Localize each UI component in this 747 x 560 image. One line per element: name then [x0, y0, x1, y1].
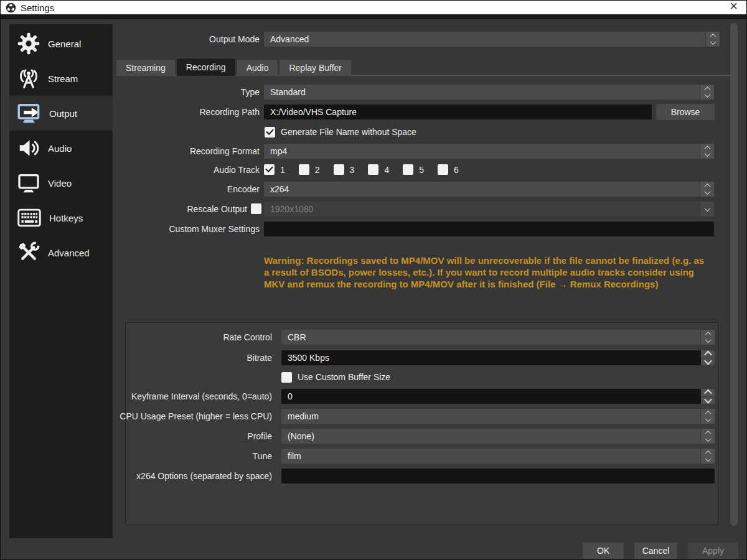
combo-arrow[interactable] — [700, 202, 714, 217]
chevron-down-icon — [705, 436, 711, 442]
tab-audio[interactable]: Audio — [237, 60, 278, 76]
sidebar: General Stream — [9, 24, 113, 538]
output-mode-label: Output Mode — [209, 32, 260, 47]
chevron-down-icon — [704, 189, 710, 195]
cpu-preset-label: CPU Usage Preset (higher = less CPU) — [120, 409, 272, 424]
audio-track-row: Audio Track 1 2 3 4 5 6 — [1, 164, 747, 175]
audio-track-5-checkbox[interactable] — [403, 164, 413, 175]
audio-track-6-checkbox[interactable] — [438, 164, 448, 175]
bitrate-value: 3500 Kbps — [281, 353, 701, 363]
audio-track-4-label: 4 — [384, 165, 389, 175]
keyframe-interval-input[interactable]: 0 — [281, 389, 715, 404]
tune-row: Tune film — [126, 449, 718, 464]
custom-muxer-input[interactable] — [264, 222, 714, 236]
chevron-down-icon — [705, 416, 711, 422]
rescale-output-row: Rescale Output 1920x1080 — [1, 202, 747, 217]
apply-button[interactable]: Apply — [688, 543, 738, 559]
close-icon[interactable]: × — [730, 0, 738, 13]
encoder-settings-panel: Rate Control CBR Bitrate 3500 Kbps — [125, 322, 718, 525]
titlebar: Settings × — [1, 1, 746, 14]
rate-control-value: CBR — [281, 332, 700, 342]
recording-path-label: Recording Path — [199, 105, 260, 119]
cpu-preset-value: medium — [281, 411, 700, 421]
combo-arrows[interactable] — [700, 85, 714, 100]
tune-select[interactable]: film — [281, 449, 715, 464]
spinner-arrows[interactable] — [701, 389, 715, 404]
rescale-output-label: Rescale Output — [187, 202, 248, 217]
profile-label: Profile — [247, 429, 272, 444]
sidebar-item-advanced[interactable]: Advanced — [9, 235, 113, 270]
combo-arrows[interactable] — [700, 330, 715, 345]
use-custom-buffer-row: Use Custom Buffer Size — [281, 371, 390, 383]
profile-value: (None) — [281, 431, 700, 441]
generate-no-space-checkbox[interactable] — [265, 127, 275, 138]
rate-control-select[interactable]: CBR — [281, 330, 715, 345]
rescale-output-value: 1920x1080 — [264, 204, 700, 214]
obs-logo-icon — [6, 2, 16, 13]
tab-recording[interactable]: Recording — [177, 58, 235, 76]
rate-control-label: Rate Control — [223, 330, 272, 345]
chevron-down-icon — [704, 395, 712, 403]
rescale-output-checkbox[interactable] — [251, 203, 261, 214]
combo-arrows[interactable] — [700, 429, 715, 444]
chevron-down-icon — [710, 39, 716, 45]
recording-format-select[interactable]: mp4 — [264, 144, 714, 159]
sidebar-item-label: Stream — [48, 73, 78, 84]
type-select[interactable]: Standard — [264, 85, 714, 100]
recording-path-input[interactable]: X:/Video/VHS Capture — [264, 105, 652, 119]
use-custom-buffer-label: Use Custom Buffer Size — [298, 372, 390, 382]
combo-arrows[interactable] — [700, 409, 715, 424]
keyframe-interval-label: Keyframe Interval (seconds, 0=auto) — [131, 389, 272, 404]
keyframe-interval-value: 0 — [281, 391, 701, 401]
combo-arrows[interactable] — [700, 449, 715, 464]
type-row: Type Standard — [1, 85, 747, 100]
chevron-down-icon — [704, 205, 710, 212]
audio-track-4-checkbox[interactable] — [368, 164, 378, 175]
recording-format-row: Recording Format mp4 — [1, 144, 747, 159]
tune-label: Tune — [253, 449, 272, 464]
recording-path-row: Recording Path X:/Video/VHS Capture — [1, 105, 747, 119]
sidebar-item-label: Advanced — [48, 248, 90, 258]
combo-arrows[interactable] — [700, 144, 714, 159]
encoder-row: Encoder x264 — [1, 182, 747, 197]
cancel-button[interactable]: Cancel — [634, 543, 677, 559]
combo-arrows[interactable] — [700, 182, 714, 197]
custom-muxer-label: Custom Muxer Settings — [169, 222, 260, 236]
spin-down-button[interactable] — [701, 358, 715, 366]
encoder-select[interactable]: x264 — [264, 182, 714, 197]
audio-track-label: Audio Track — [214, 164, 260, 175]
profile-row: Profile (None) — [126, 429, 718, 444]
bitrate-input[interactable]: 3500 Kbps — [281, 350, 715, 365]
browse-button[interactable]: Browse — [656, 104, 715, 120]
use-custom-buffer-checkbox[interactable] — [281, 372, 292, 383]
audio-track-2-checkbox[interactable] — [299, 164, 309, 175]
cpu-preset-row: CPU Usage Preset (higher = less CPU) med… — [126, 409, 718, 424]
cpu-preset-select[interactable]: medium — [281, 409, 715, 424]
audio-track-1-checkbox[interactable] — [264, 164, 275, 175]
profile-select[interactable]: (None) — [281, 429, 715, 444]
rescale-output-select[interactable]: 1920x1080 — [264, 202, 714, 217]
chevron-down-icon — [705, 455, 711, 462]
spinner-arrows[interactable] — [701, 350, 715, 365]
output-mode-row: Output Mode Advanced — [1, 32, 747, 47]
scrollbar-thumb[interactable] — [730, 23, 738, 526]
generate-no-space-row: Generate File Name without Space — [265, 126, 416, 138]
audio-track-3-checkbox[interactable] — [334, 164, 344, 175]
x264-options-input[interactable] — [281, 469, 715, 483]
combo-arrows[interactable] — [705, 32, 720, 47]
chevron-down-icon — [704, 357, 712, 365]
encoder-value: x264 — [264, 184, 700, 194]
x264-options-row: x264 Options (separated by space) — [126, 469, 718, 483]
tab-streaming[interactable]: Streaming — [116, 60, 175, 76]
titlebar-border — [1, 14, 746, 19]
chevron-down-icon — [704, 91, 710, 98]
output-mode-select[interactable]: Advanced — [264, 32, 720, 47]
tab-replay-buffer[interactable]: Replay Buffer — [280, 60, 351, 76]
type-value: Standard — [264, 87, 700, 97]
window-title: Settings — [21, 2, 54, 13]
x264-options-label: x264 Options (separated by space) — [136, 469, 272, 483]
ok-button[interactable]: OK — [583, 543, 624, 559]
custom-muxer-row: Custom Muxer Settings — [1, 222, 747, 236]
output-tabs: Streaming Recording Audio Replay Buffer — [116, 58, 351, 76]
spin-down-button[interactable] — [701, 397, 715, 404]
